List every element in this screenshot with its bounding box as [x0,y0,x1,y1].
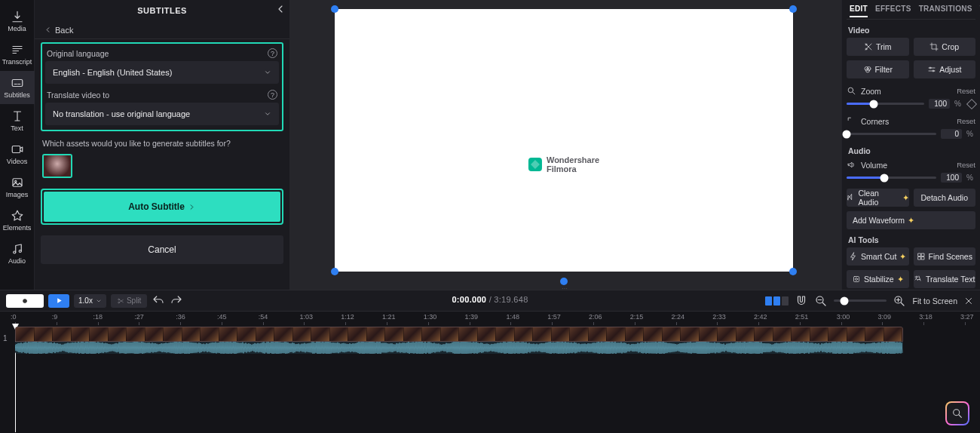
original-language-select[interactable]: English - English (United States) [45,61,279,84]
section-video-title: Video [847,20,975,38]
ruler-label: 3:27 [960,313,974,321]
sidenav-videos[interactable]: Videos [0,137,35,170]
sidenav-text[interactable]: Text [0,104,35,137]
resize-handle[interactable] [789,268,797,275]
add-waveform-button[interactable]: Add Waveform✦ [847,211,975,229]
timeline-ruler[interactable]: :0:9:18:27:36:45:541:031:121:211:301:391… [0,312,980,327]
sidenav-media[interactable]: Media [0,5,35,38]
tab-effects[interactable]: EFFECTS [875,5,911,17]
translate-to-select[interactable]: No translation - use original language [45,103,279,125]
magnet-button[interactable] [795,294,808,308]
asset-thumbnail[interactable] [42,154,72,178]
clean-audio-button[interactable]: Clean Audio✦ [847,189,909,207]
zoom-reset[interactable]: Reset [957,87,975,95]
smart-cut-button[interactable]: Smart Cut✦ [847,247,909,266]
timecode-current: 0:00.000 [452,295,486,304]
resize-handle[interactable] [789,5,797,13]
detach-audio-button[interactable]: Detach Audio [914,189,976,207]
volume-reset[interactable]: Reset [957,161,975,169]
assets-question: Which assets would you like to generate … [41,136,283,149]
sidenav-subtitles[interactable]: Subtitles [0,71,35,104]
timeline-close[interactable] [963,296,974,306]
panel-collapse-button[interactable] [274,3,286,15]
sidenav-label: Subtitles [4,91,30,99]
svg-point-3 [14,180,16,182]
sidenav-audio[interactable]: Audio [0,237,35,270]
sidenav-transcript[interactable]: Transcript [0,38,35,71]
rotate-handle[interactable] [560,278,568,285]
corners-value[interactable]: 0 [941,129,962,139]
search-fab[interactable] [945,401,969,425]
translate-to-value: No translation - use original language [53,109,190,118]
volume-slider[interactable] [847,177,936,179]
svg-point-5 [19,250,21,253]
snap-toggle[interactable] [765,296,789,306]
svg-rect-14 [918,253,921,256]
section-ai-title: AI Tools [847,229,975,247]
resize-handle[interactable] [331,5,338,13]
translate-text-button[interactable]: Translate Text [914,270,976,288]
tab-edit[interactable]: EDIT [850,5,868,17]
auto-subtitle-label: Auto Subtitle [128,201,185,212]
zoom-keyframe[interactable] [966,98,977,109]
sidenav-images[interactable]: Images [0,170,35,204]
ruler-label: :36 [176,313,185,321]
auto-subtitle-button[interactable]: Auto Subtitle [44,192,280,222]
svg-point-20 [23,299,27,302]
zoom-out-button[interactable] [814,294,828,308]
trim-button[interactable]: Trim [847,38,909,56]
volume-value[interactable]: 100 [941,173,962,183]
adjust-button[interactable]: Adjust [914,60,976,78]
help-icon[interactable]: ? [268,48,277,58]
back-label: Back [55,26,73,35]
timeline-tracks[interactable]: 1 [0,327,980,433]
panel-back-button[interactable]: Back [35,21,289,39]
play-button[interactable] [48,294,69,308]
corners-slider[interactable] [847,133,936,135]
sidenav-elements[interactable]: Elements [0,204,35,237]
redo-button[interactable] [170,294,183,308]
crop-button[interactable]: Crop [914,38,976,56]
zoom-slider[interactable] [847,103,924,105]
zoom-slider[interactable] [834,299,887,302]
video-canvas[interactable]: Wondershare Filmora [335,9,793,272]
filter-button[interactable]: Filter [847,60,909,78]
ruler-label: :54 [259,313,268,321]
split-button[interactable]: Split [111,294,147,308]
record-button[interactable] [6,294,44,308]
zoom-in-button[interactable] [893,294,906,308]
images-icon [11,176,24,189]
playback-speed[interactable]: 1.0x [74,294,106,308]
stabilize-button[interactable]: Stabilize✦ [847,270,909,288]
fit-to-screen[interactable]: Fit to Screen [912,296,957,306]
search-icon [951,407,963,419]
section-audio-title: Audio [847,140,975,158]
svg-rect-2 [13,179,22,187]
ruler-label: 2:06 [589,313,602,321]
corners-icon [847,116,856,126]
ruler-label: 1:03 [299,313,313,321]
stabilize-icon [852,275,861,284]
corners-reset[interactable]: Reset [957,117,975,125]
audio-waveform[interactable] [15,342,903,354]
ruler-label: 1:39 [465,313,479,321]
undo-button[interactable] [152,294,165,308]
help-icon[interactable]: ? [268,90,277,100]
resize-handle[interactable] [331,268,338,275]
btn-label: Translate Text [926,275,975,284]
tab-transitions[interactable]: TRANSITIONS [919,5,972,17]
split-label: Split [127,296,141,305]
video-clip[interactable] [15,327,903,342]
chevron-down-icon [96,298,102,304]
zoom-value[interactable]: 100 [929,99,950,109]
audio-icon [11,242,24,256]
subtitles-panel: SUBTITLES Back Original language ? Engli… [35,0,289,290]
svg-point-4 [13,251,15,253]
cancel-button[interactable]: Cancel [41,235,283,264]
adjust-icon [927,65,936,74]
svg-rect-18 [853,277,859,282]
find-scenes-button[interactable]: Find Scenes [914,247,976,266]
ruler-label: :45 [217,313,227,321]
btn-label: Trim [876,42,892,51]
ruler-label: :18 [93,313,103,321]
